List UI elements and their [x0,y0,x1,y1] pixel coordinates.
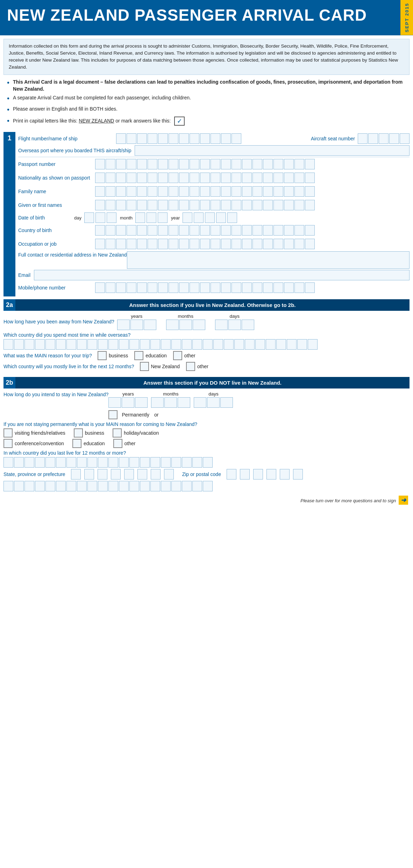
fn-c12[interactable] [211,186,220,197]
l12-c13[interactable] [129,457,139,468]
flight-cell-9[interactable] [200,133,210,144]
cb-c15[interactable] [242,225,252,236]
cmt-c19[interactable] [192,339,202,350]
dob-month-c1[interactable] [135,212,145,223]
st-c2[interactable] [84,469,94,479]
flight-cell-1[interactable] [116,133,126,144]
cb-c21[interactable] [305,225,315,236]
pp-c18[interactable] [273,159,283,169]
cb-c7[interactable] [158,225,168,236]
cmt-c25[interactable] [255,339,265,350]
cmt-c22[interactable] [224,339,234,350]
pp-c5[interactable] [137,159,147,169]
cmt-c4[interactable] [35,339,45,350]
nat-c1[interactable] [95,173,105,183]
st-c6[interactable] [137,469,147,479]
ph-c20[interactable] [294,282,304,293]
pp-c13[interactable] [221,159,231,169]
cmt-c7[interactable] [66,339,76,350]
cb-c2[interactable] [106,225,115,236]
fn-c2[interactable] [106,186,115,197]
occ-c17[interactable] [263,239,273,249]
nat-c12[interactable] [211,173,220,183]
occ-c8[interactable] [169,239,178,249]
gn-c5[interactable] [137,200,147,210]
am-c3[interactable] [193,320,205,330]
am-c2[interactable] [179,320,192,330]
gn-c3[interactable] [116,200,126,210]
stf-c19[interactable] [192,481,202,491]
stf-c9[interactable] [87,481,97,491]
seat-cell-4[interactable] [389,133,399,144]
cmt-c9[interactable] [87,339,97,350]
fn-c15[interactable] [242,186,252,197]
cb-c12[interactable] [211,225,220,236]
gn-c1[interactable] [95,200,105,210]
pp-c15[interactable] [242,159,252,169]
cmt-c13[interactable] [129,339,139,350]
l12-c6[interactable] [56,457,66,468]
pp-c20[interactable] [294,159,304,169]
occ-c15[interactable] [242,239,252,249]
l12-c16[interactable] [161,457,171,468]
dob-year-c1[interactable] [183,212,192,223]
reason-education-checkbox[interactable] [134,351,143,360]
fn-c18[interactable] [273,186,283,197]
nat-c19[interactable] [284,173,294,183]
occ-c3[interactable] [116,239,126,249]
gn-c13[interactable] [221,200,231,210]
fn-c8[interactable] [169,186,178,197]
ph-c5[interactable] [137,282,147,293]
cb-c5[interactable] [137,225,147,236]
cb-c14[interactable] [232,225,241,236]
nat-c7[interactable] [158,173,168,183]
occ-c19[interactable] [284,239,294,249]
l12-c14[interactable] [140,457,150,468]
flight-cell-4[interactable] [148,133,157,144]
cmt-c30[interactable] [308,339,318,350]
am-c1[interactable] [166,320,179,330]
cb-c11[interactable] [200,225,210,236]
ph-c17[interactable] [263,282,273,293]
dob-day-c3[interactable] [107,212,116,223]
stf-c13[interactable] [129,481,139,491]
stf-c12[interactable] [119,481,129,491]
cb-c4[interactable] [127,225,136,236]
sd-c3[interactable] [220,397,233,408]
pp-c6[interactable] [148,159,157,169]
cb-c13[interactable] [221,225,231,236]
ph-c21[interactable] [305,282,315,293]
pp-c1[interactable] [95,159,105,169]
stf-c18[interactable] [182,481,192,491]
gn-c7[interactable] [158,200,168,210]
flight-cell-2[interactable] [127,133,136,144]
cmt-c12[interactable] [119,339,129,350]
cmt-c27[interactable] [276,339,286,350]
st-c8[interactable] [164,469,174,479]
cmt-c3[interactable] [24,339,34,350]
pp-c8[interactable] [169,159,178,169]
port-input[interactable] [135,145,410,156]
fn-c17[interactable] [263,186,273,197]
gn-c18[interactable] [273,200,283,210]
occ-c4[interactable] [127,239,136,249]
occ-c6[interactable] [148,239,157,249]
cmt-c16[interactable] [161,339,171,350]
cb-c6[interactable] [148,225,157,236]
l12-c12[interactable] [119,457,129,468]
stf-c1[interactable] [3,481,13,491]
occ-c13[interactable] [221,239,231,249]
nat-c4[interactable] [127,173,136,183]
flight-cell-3[interactable] [137,133,147,144]
fn-c20[interactable] [294,186,304,197]
nat-c21[interactable] [305,173,315,183]
st-c4[interactable] [111,469,121,479]
stf-c17[interactable] [171,481,181,491]
cb-c18[interactable] [273,225,283,236]
ph-c7[interactable] [158,282,168,293]
reason-other-checkbox[interactable] [173,351,182,360]
stf-c10[interactable] [98,481,108,491]
stf-c6[interactable] [56,481,66,491]
cmt-c23[interactable] [234,339,244,350]
cmt-c14[interactable] [140,339,150,350]
